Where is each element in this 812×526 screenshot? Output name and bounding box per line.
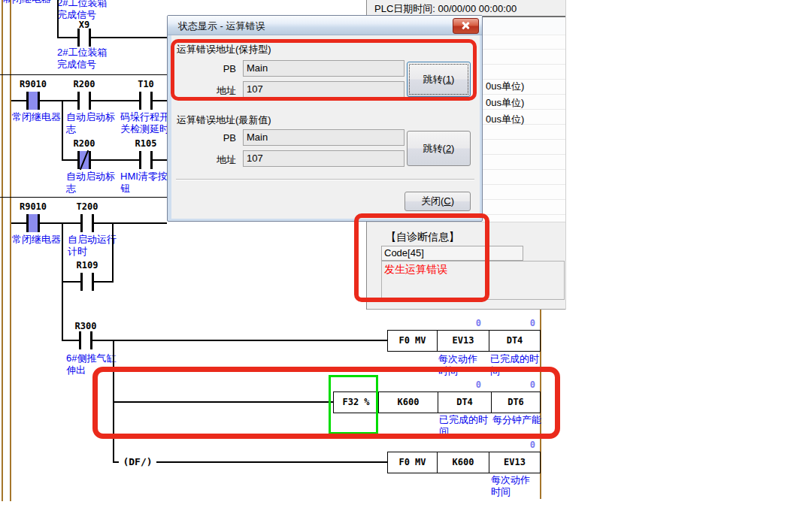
contact-name: T10 [128,79,164,89]
scan-time-row: 0us单位) [486,96,524,110]
scan-time-row: 0us单位) [486,80,524,93]
contact-bar [150,92,153,110]
pb-label: PB [215,63,236,74]
contact-label: 2#工位装箱 [57,47,107,59]
monitor-value: 0 [505,440,535,450]
contact-name: R105 [128,138,164,149]
wire [57,37,167,38]
pb-field-latest[interactable]: Main [243,129,404,146]
contact-bar [89,92,91,110]
contact-r9010-on[interactable] [29,214,38,232]
monitor-value: 0 [505,379,535,390]
contact-t10[interactable] [141,92,150,110]
contact-label: 志 [66,123,76,135]
panel-bottom-border [367,309,565,310]
contact-label: 自启动运行 [68,234,117,246]
contact-label: 志 [66,183,76,195]
contact-r200[interactable] [80,92,89,110]
instruction-cell[interactable]: F32 % [333,391,379,413]
wire [113,401,333,403]
contact-label: 关检测延时 [120,123,169,135]
instruction-cell[interactable]: F0 MV [387,330,438,352]
contact-label: HMI清零按 [120,171,168,183]
operand-label: 间 [490,365,500,377]
diagnostic-message-field: 发生运算错误 [381,261,565,300]
divider [176,179,474,180]
pb-label: PB [215,132,236,144]
wire [112,222,114,283]
self-diagnostic-title: 【自诊断信息】 [386,231,459,244]
status-display-dialog: 状态显示 - 运算错误 运算错误地址(保持型) PB Main 地址 107 跳… [167,15,483,222]
plc-datetime-bar: PLC日期时间: 00/00/00 00:00:00 [367,0,565,16]
wire [62,340,387,341]
group-latest-title: 运算错误地址(最新值) [177,113,271,127]
contact-x9[interactable] [80,29,89,47]
dialog-body: 运算错误地址(保持型) PB Main 地址 107 跳转(1) 运算错误地址(… [171,35,480,219]
operand-label: 每分钟产能 [492,414,541,426]
contact-bar [26,214,29,232]
self-diagnostic-section: 【自诊断信息】 Code[45] 发生运算错误 [367,222,565,310]
operand-label: 间 [439,426,449,438]
pb-field-hold[interactable]: Main [243,60,404,77]
instruction-cell[interactable]: DT6 [491,391,541,413]
instruction-cell[interactable]: EV13 [437,330,489,352]
contact-name: R9010 [15,201,51,212]
instruction-cell[interactable]: K600 [378,391,438,413]
contact-bar [38,214,40,232]
wire [62,100,63,161]
group-hold-title: 运算错误地址(保持型) [177,43,271,56]
jump-button-2[interactable]: 跳转(2) [407,131,471,166]
dialog-titlebar[interactable]: 状态显示 - 运算错误 [168,16,482,35]
contact-bar [92,214,94,232]
contact-label: 常闭继电器 [12,234,61,246]
contact-bar [77,29,80,47]
contact-t200[interactable] [83,214,92,232]
contact-r109[interactable] [83,273,92,291]
contact-label: 伸出 [66,364,86,376]
contact-name: R9010 [15,79,51,89]
contact-bar [139,92,141,110]
contact-bar [38,92,40,110]
contact-r105[interactable] [141,151,150,169]
instruction-cell[interactable]: DT4 [438,391,492,413]
close-dialog-button[interactable]: 关闭(C) [404,192,471,211]
contact-bar [92,273,94,291]
address-label: 地址 [215,153,236,167]
contact-label: 码垛行程开 [120,111,169,123]
contact-r300[interactable] [81,331,90,349]
instruction-cell[interactable]: DT4 [489,330,541,352]
contact-bar [90,331,92,349]
contact-label: 常闭继电器 [12,111,61,123]
jump-button-1[interactable]: 跳转(1) [407,62,471,97]
contact-bar [139,151,141,169]
monitor-value: 0 [505,318,535,328]
contact-bar [150,151,153,169]
contact-label: 完成信号 [57,59,96,71]
fpwin-ladder-monitor-screen: 常闭继电器 2#工位装箱 完成信号 X9 2#工位装箱 完成信号 R9010 常… [0,0,812,526]
left-rail-outer [2,0,3,501]
contact-bar [80,273,83,291]
contact-name: R109 [69,260,105,271]
contact-bar [89,29,91,47]
contact-name: R300 [68,321,104,331]
instruction-cell[interactable]: F0 MV [387,452,438,473]
diagnostic-code-field: Code[45] [381,246,523,261]
dialog-title: 状态显示 - 运算错误 [178,20,265,33]
contact-label: 自动启动标 [66,171,115,183]
contact-bar [77,92,80,110]
rung-separator [0,74,167,75]
df-falling-edge-coil[interactable]: (DF/) [119,455,156,470]
close-button[interactable] [453,18,479,34]
address-field-hold[interactable]: 107 [243,81,404,98]
contact-bar [26,92,29,110]
left-rail-inner [10,0,11,501]
partial-label: 常闭继电器 [2,0,51,5]
contact-label: 计时 [68,246,87,258]
instruction-cell[interactable]: K600 [437,452,489,473]
contact-r9010-on[interactable] [29,92,38,110]
address-field-latest[interactable]: 107 [243,150,404,167]
above-rung-label: 2#工位装箱 [57,0,107,9]
contact-bar [77,151,80,169]
contact-label: 自动启动标 [66,111,115,123]
instruction-cell[interactable]: EV13 [489,452,541,473]
